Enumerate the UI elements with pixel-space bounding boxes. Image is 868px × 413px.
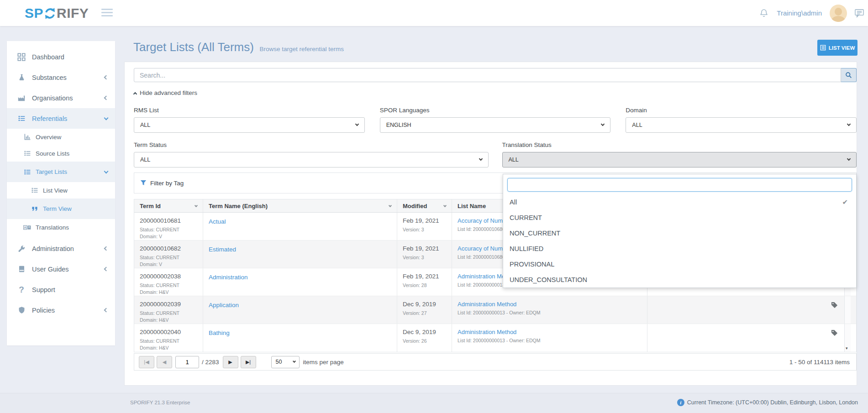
hamburger-menu-icon[interactable] (101, 9, 113, 18)
tag-icon[interactable] (831, 329, 838, 352)
filter-spor-languages: SPOR Languages ENGLISH (380, 107, 611, 133)
spor-languages-value: ENGLISH (386, 122, 411, 128)
column-header-term-id[interactable]: Term Id (134, 199, 203, 212)
sidebar-item-target-lists[interactable]: Target Lists (7, 162, 115, 182)
sort-chevron-icon (195, 204, 198, 207)
version: Version: 27 (403, 310, 446, 317)
list-name-link[interactable]: Administration Method (458, 301, 642, 308)
items-per-page-label: items per page (303, 359, 344, 366)
sidebar-item-substances[interactable]: Substances (7, 67, 115, 88)
sidebar-item-dashboard[interactable]: Dashboard (7, 47, 115, 67)
page-title: Target Lists (All Terms) (133, 40, 254, 54)
top-bar: SP RIFY Training\admin (0, 0, 868, 26)
first-page-button[interactable]: |◀ (139, 356, 154, 368)
dropdown-option-current[interactable]: CURRENT (503, 210, 856, 225)
dropdown-option-nullified[interactable]: NULLIFIED (503, 241, 856, 256)
term-name-link[interactable]: Actual (209, 218, 226, 225)
domain-select[interactable]: ALL (626, 117, 857, 133)
user-menu[interactable]: Training\admin (777, 9, 822, 17)
notifications-bell-icon[interactable] (759, 8, 769, 18)
toggle-label: Hide advanced filters (140, 89, 197, 96)
timezone-label: i Current Timezone: (UTC+00:00) Dublin, … (677, 399, 858, 406)
shield-icon (17, 306, 26, 315)
sidebar-item-label: Administration (32, 245, 74, 252)
page-number-input[interactable] (175, 356, 199, 368)
sidebar-item-source-lists[interactable]: Source Lists (7, 145, 115, 162)
column-header-term-name[interactable]: Term Name (English) (203, 199, 397, 212)
bar-chart-icon (23, 133, 31, 141)
list-view-button[interactable]: LIST VIEW (817, 40, 857, 56)
scrollbar-down-arrow-icon[interactable]: ▾ (846, 346, 848, 350)
sidebar-item-user-guides[interactable]: User Guides (7, 259, 115, 279)
quote-icon (31, 205, 38, 213)
sidebar-item-overview[interactable]: Overview (7, 129, 115, 145)
term-domain: Domain: H&V (140, 345, 197, 351)
spor-languages-label: SPOR Languages (380, 107, 611, 114)
sidebar-item-label: Dashboard (32, 53, 64, 61)
translation-status-select[interactable]: ALL (502, 152, 857, 167)
term-status: Status: CURRENT (140, 338, 197, 345)
dropdown-option-all[interactable]: All ✔ (503, 194, 856, 210)
rms-list-value: ALL (140, 122, 150, 128)
dropdown-option-non-current[interactable]: NON_CURRENT (503, 225, 856, 241)
hide-advanced-filters-toggle[interactable]: Hide advanced filters (134, 89, 197, 96)
column-label: Modified (403, 203, 427, 209)
sidebar-item-label: Source Lists (36, 150, 69, 157)
tag-icon[interactable] (831, 302, 838, 324)
app-logo[interactable]: SP RIFY (25, 5, 89, 21)
search-input[interactable] (134, 68, 841, 82)
content-card: Hide advanced filters RMS List ALL SPOR … (124, 62, 857, 386)
domain-value: ALL (632, 122, 642, 128)
term-status: Status: CURRENT (140, 310, 197, 317)
sidebar-item-policies[interactable]: Policies (7, 300, 115, 320)
sidebar-item-list-view[interactable]: List View (7, 182, 115, 199)
page-subtitle: Browse target referential terms (259, 46, 344, 52)
last-page-button[interactable]: ▶| (241, 356, 256, 368)
option-label: All (510, 199, 517, 206)
items-per-page-select[interactable]: 50 (271, 356, 300, 368)
table-scrollbar[interactable]: ▾ (844, 324, 851, 352)
term-id: 200000010681 (140, 217, 197, 224)
list-view-label: LIST VIEW (829, 45, 855, 51)
sync-arrows-icon (43, 7, 57, 20)
dropdown-option-provisional[interactable]: PROVISIONAL (503, 256, 856, 272)
term-name-link[interactable]: Application (209, 302, 239, 308)
flask-icon (17, 73, 26, 82)
version: Version: 3 (403, 226, 446, 233)
sidebar-item-organisations[interactable]: Organisations (7, 88, 115, 108)
chevron-down-icon (601, 122, 605, 126)
rms-list-label: RMS List (134, 107, 365, 114)
avatar[interactable] (830, 5, 847, 22)
list-name-link[interactable]: Administration Method (458, 329, 642, 335)
filter-domain: Domain ALL (626, 107, 857, 133)
column-label: Term Id (140, 203, 161, 209)
term-name-link[interactable]: Administration (209, 274, 248, 281)
version: Version: 28 (403, 282, 446, 289)
sidebar-item-support[interactable]: ? Support (7, 279, 115, 300)
term-status-select[interactable]: ALL (134, 152, 489, 167)
rms-list-select[interactable]: ALL (134, 117, 365, 133)
column-header-modified[interactable]: Modified (397, 199, 452, 212)
modified-date: Dec 9, 2019 (403, 329, 446, 335)
sidebar-item-translations[interactable]: A * Translations (7, 219, 115, 235)
page-heading: Target Lists (All Terms) Browse target r… (133, 40, 344, 54)
dropdown-option-under-consultation[interactable]: UNDER_CONSULTATION (503, 272, 856, 288)
term-name-link[interactable]: Bathing (209, 329, 230, 336)
domain-label: Domain (626, 107, 857, 114)
sidebar-item-term-view[interactable]: Term View (7, 199, 115, 219)
next-page-button[interactable]: ▶ (223, 356, 238, 368)
messages-chat-icon[interactable] (855, 9, 864, 18)
search-button[interactable] (841, 68, 857, 82)
sidebar-item-administration[interactable]: Administration (7, 238, 115, 259)
spor-languages-select[interactable]: ENGLISH (380, 117, 611, 133)
sidebar-item-label: Target Lists (36, 168, 67, 175)
svg-text:A: A (24, 226, 26, 229)
chevron-down-icon (847, 122, 851, 126)
checkmark-icon: ✔ (842, 198, 848, 206)
dropdown-filter-input[interactable] (507, 178, 852, 192)
previous-page-button[interactable]: ◀ (157, 356, 172, 368)
term-name-link[interactable]: Estimated (209, 246, 236, 253)
app-version-label: SPORIFY 21.3 Enterprise (130, 400, 190, 405)
table-scrollbar[interactable] (844, 296, 851, 324)
sidebar-item-referentials[interactable]: Referentials (7, 108, 115, 129)
